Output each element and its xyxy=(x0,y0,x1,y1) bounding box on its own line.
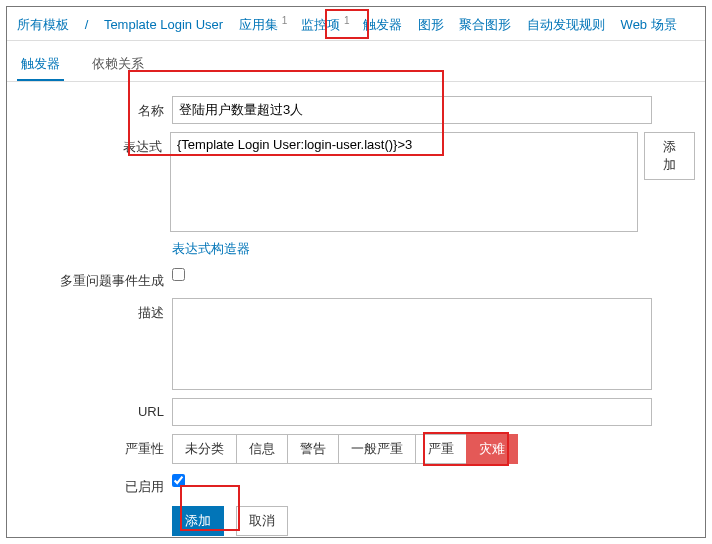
severity-information[interactable]: 信息 xyxy=(236,434,288,464)
tab-deps[interactable]: 依赖关系 xyxy=(88,49,148,79)
severity-high[interactable]: 严重 xyxy=(415,434,467,464)
submit-button[interactable]: 添加 xyxy=(172,506,224,536)
nav-apps[interactable]: 应用集 xyxy=(239,17,278,32)
breadcrumb-root[interactable]: 所有模板 xyxy=(17,17,69,32)
breadcrumb-template[interactable]: Template Login User xyxy=(104,17,223,32)
enabled-checkbox[interactable] xyxy=(172,474,185,487)
label-description: 描述 xyxy=(7,298,172,322)
label-severity: 严重性 xyxy=(7,434,172,458)
expression-textarea[interactable]: {Template Login User:login-user.last()}>… xyxy=(170,132,638,232)
expression-add-button[interactable]: 添加 xyxy=(644,132,695,180)
label-url: URL xyxy=(7,398,172,419)
name-input[interactable] xyxy=(172,96,652,124)
multi-gen-checkbox[interactable] xyxy=(172,268,185,281)
label-expression: 表达式 xyxy=(7,132,170,156)
severity-disaster[interactable]: 灾难 xyxy=(466,434,518,464)
nav-web[interactable]: Web 场景 xyxy=(621,17,677,32)
url-input[interactable] xyxy=(172,398,652,426)
cancel-button[interactable]: 取消 xyxy=(236,506,288,536)
nav-discovery[interactable]: 自动发现规则 xyxy=(527,17,605,32)
severity-warning[interactable]: 警告 xyxy=(287,434,339,464)
expression-constructor-link[interactable]: 表达式构造器 xyxy=(172,240,250,258)
nav-apps-count: 1 xyxy=(282,15,288,26)
top-nav: 所有模板 / Template Login User 应用集1 监控项1 触发器… xyxy=(7,7,705,41)
label-enabled: 已启用 xyxy=(7,472,172,496)
severity-not-classified[interactable]: 未分类 xyxy=(172,434,237,464)
severity-group: 未分类 信息 警告 一般严重 严重 灾难 xyxy=(172,434,518,464)
trigger-form: 名称 表达式 {Template Login User:login-user.l… xyxy=(7,82,705,544)
sub-tabs: 触发器 依赖关系 xyxy=(7,41,705,82)
severity-average[interactable]: 一般严重 xyxy=(338,434,416,464)
tab-trigger[interactable]: 触发器 xyxy=(17,49,64,81)
label-multi-gen: 多重问题事件生成 xyxy=(7,266,172,290)
label-name: 名称 xyxy=(7,96,172,120)
nav-triggers[interactable]: 触发器 xyxy=(363,17,402,32)
nav-items-count: 1 xyxy=(344,15,350,26)
breadcrumb-sep: / xyxy=(85,17,89,32)
nav-graphs[interactable]: 图形 xyxy=(418,17,444,32)
nav-items[interactable]: 监控项 xyxy=(301,17,340,32)
nav-screens[interactable]: 聚合图形 xyxy=(459,17,511,32)
description-textarea[interactable] xyxy=(172,298,652,390)
